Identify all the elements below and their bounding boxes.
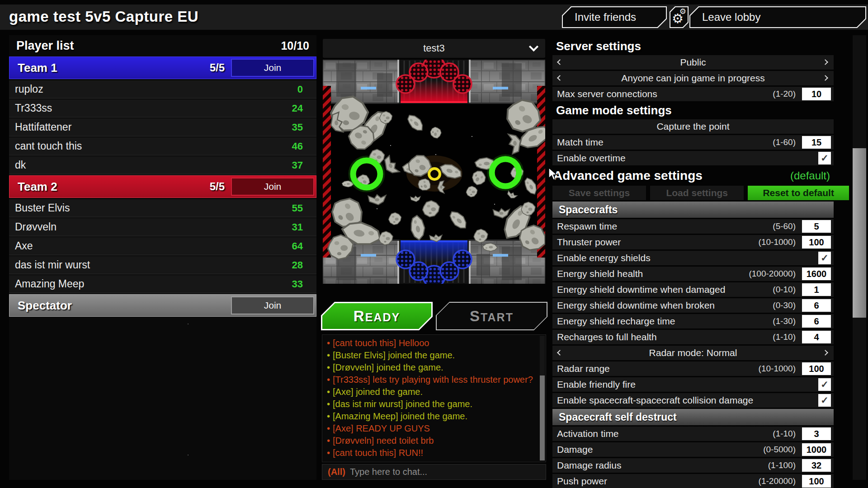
- settings-buttons-row: Save settings Load settings Reset to def…: [552, 186, 849, 200]
- arrow-right-icon[interactable]: [822, 75, 828, 81]
- spectator-join-button[interactable]: Join: [231, 296, 314, 314]
- top-bar: game test 5v5 Capture EU Invite friends …: [0, 5, 868, 30]
- max-connections-input[interactable]: 10: [802, 88, 831, 100]
- chat-scrollbar[interactable]: [540, 336, 545, 461]
- respawn-time-row: Respawn time (5-60) 5: [552, 219, 834, 234]
- enable-overtime-row: Enable overtime ✓: [552, 151, 834, 165]
- player-row: dk37: [9, 156, 316, 174]
- player-score: 28: [292, 259, 303, 271]
- respawn-time-input[interactable]: 5: [802, 220, 831, 233]
- player-score: 55: [292, 202, 303, 214]
- arrow-right-icon[interactable]: [822, 59, 828, 65]
- damage-radius-row: Damage radius (1-100) 32: [552, 458, 834, 473]
- enable-energy-shields-checkbox[interactable]: ✓: [818, 252, 831, 264]
- map-select-dropdown[interactable]: test3: [323, 39, 545, 58]
- player-row: Buster Elvis55: [9, 199, 316, 217]
- advanced-settings-title: Advanced game settings: [552, 169, 703, 183]
- arrow-left-icon[interactable]: [557, 59, 563, 65]
- leave-lobby-button[interactable]: Leave lobby: [689, 6, 866, 28]
- enable-friendly-fire-checkbox[interactable]: ✓: [818, 378, 831, 391]
- chat-message: •[Axe] joined the game.: [322, 386, 546, 398]
- arrow-right-icon[interactable]: [822, 350, 828, 356]
- player-score: 0: [297, 84, 303, 95]
- damage-input[interactable]: 1000: [802, 443, 831, 456]
- value-range: (1-20000): [759, 476, 796, 486]
- start-button[interactable]: START: [436, 302, 547, 330]
- check-icon: ✓: [821, 153, 829, 164]
- chevron-down-icon: [529, 42, 538, 52]
- enable-overtime-checkbox[interactable]: ✓: [818, 152, 831, 164]
- shield-downtime-broken-input[interactable]: 6: [802, 299, 831, 312]
- ready-button[interactable]: READY: [321, 302, 433, 330]
- damage-row: Damage (0-5000) 1000: [552, 442, 834, 457]
- player-row: ruploz0: [9, 80, 316, 99]
- player-row: Tr333ss24: [9, 99, 316, 117]
- arrow-left-icon[interactable]: [557, 350, 563, 356]
- thruster-power-input[interactable]: 100: [802, 236, 831, 249]
- player-score: 37: [292, 160, 303, 171]
- settings-scrollbar-thumb[interactable]: [853, 148, 866, 318]
- shield-recharge-time-input[interactable]: 6: [802, 315, 831, 328]
- player-score: 46: [292, 141, 303, 152]
- match-time-input[interactable]: 15: [802, 136, 831, 149]
- damage-radius-input[interactable]: 32: [802, 459, 831, 472]
- invite-friends-button[interactable]: Invite friends: [562, 6, 667, 28]
- enable-collision-damage-row: Enable spacecraft-spacecraft collision d…: [552, 393, 834, 408]
- activation-time-input[interactable]: 3: [802, 427, 831, 440]
- team2-header: Team 2 5/5 Join: [9, 175, 316, 198]
- chat-message: •[Tr333ss] lets try playing with less th…: [322, 374, 546, 386]
- check-icon: ✓: [821, 253, 829, 263]
- radar-range-input[interactable]: 100: [802, 362, 831, 375]
- team2-name: Team 2: [18, 180, 57, 194]
- player-row: cant touch this46: [9, 137, 316, 155]
- load-settings-button[interactable]: Load settings: [650, 186, 744, 200]
- chat-input[interactable]: [350, 467, 546, 477]
- save-settings-button[interactable]: Save settings: [552, 186, 646, 200]
- team1-join-button[interactable]: Join: [231, 59, 314, 77]
- ready-label: READY: [354, 308, 400, 325]
- push-power-input[interactable]: 100: [802, 475, 831, 488]
- energy-shield-health-input[interactable]: 1600: [802, 267, 831, 280]
- gear-icon: ⚙: [679, 8, 686, 15]
- chat-message: •[Axe] READY UP GUYS: [322, 422, 546, 435]
- team2-join-button[interactable]: Join: [231, 178, 314, 196]
- recharges-to-full-input[interactable]: 4: [802, 331, 831, 343]
- value-range: (1-30): [773, 316, 796, 326]
- player-score: 35: [292, 122, 303, 133]
- join-policy-value: Anyone can join game in progress: [621, 73, 765, 84]
- leave-lobby-label: Leave lobby: [702, 11, 760, 23]
- lobby-title: game test 5v5 Capture EU: [9, 8, 198, 25]
- enable-collision-damage-checkbox[interactable]: ✓: [818, 394, 831, 407]
- shield-downtime-damaged-input[interactable]: 1: [802, 283, 831, 296]
- activation-time-row: Activation time (1-10) 3: [552, 427, 834, 441]
- player-list-header: Player list 10/10: [9, 35, 316, 56]
- advanced-settings-header: Advanced game settings (default): [552, 167, 834, 185]
- player-row: Axe64: [9, 237, 316, 255]
- team2-capacity: 5/5: [210, 180, 225, 193]
- radar-mode-selector: Radar mode: Normal: [552, 346, 834, 360]
- player-count: 10/10: [281, 39, 309, 52]
- value-range: (1-20): [773, 89, 796, 99]
- chat-message: •[Drøvveln] need toilet brb: [322, 435, 546, 447]
- start-label: START: [470, 308, 514, 325]
- team1-name: Team 1: [18, 61, 57, 75]
- server-visibility-selector: Public: [552, 55, 834, 70]
- value-range: (10-1000): [759, 364, 796, 374]
- arrow-left-icon[interactable]: [557, 75, 563, 81]
- push-power-row: Push power (1-20000) 100: [552, 474, 834, 488]
- game-mode-selector[interactable]: Capture the point: [552, 119, 834, 134]
- settings-scrollbar[interactable]: [853, 35, 866, 480]
- chat-scrollbar-thumb[interactable]: [540, 375, 545, 460]
- player-row: Hattifattener35: [9, 118, 316, 136]
- reset-to-default-button[interactable]: Reset to default: [748, 186, 849, 200]
- spacecrafts-section-header: Spacecrafts: [552, 202, 834, 218]
- recharges-to-full-row: Recharges to full health (1-10) 4: [552, 330, 834, 344]
- player-row: das ist mir wurst28: [9, 256, 316, 274]
- spectator-header: Spectator Join: [9, 294, 316, 317]
- settings-button[interactable]: ⚙ ⚙: [670, 6, 689, 28]
- value-range: (1-10): [773, 332, 796, 342]
- shield-recharge-time-row: Energy shield recharge time (1-30) 6: [552, 314, 834, 328]
- player-row: Drøvveln31: [9, 218, 316, 236]
- game-mode-settings-title: Game mode settings: [552, 103, 834, 118]
- value-range: (1-60): [773, 137, 796, 147]
